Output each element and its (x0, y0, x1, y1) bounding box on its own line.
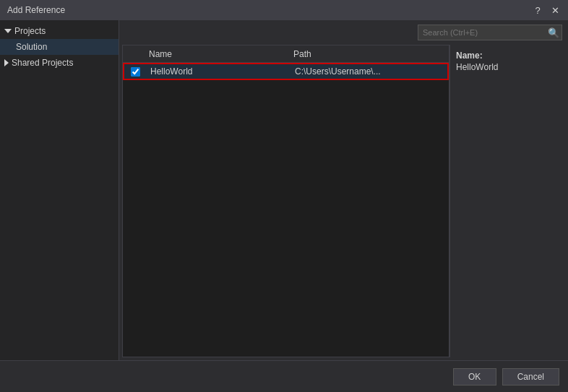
bottom-bar: OK Cancel (0, 360, 568, 392)
dialog-title: Add Reference (7, 5, 65, 15)
sidebar-item-solution[interactable]: Solution (0, 39, 119, 55)
row-checkbox-col (124, 67, 146, 77)
search-box: 🔍 (418, 25, 562, 40)
info-name-label: Name: (456, 51, 483, 61)
close-button[interactable]: ✕ (549, 4, 561, 16)
triangle-down-icon (4, 29, 12, 33)
cancel-button[interactable]: Cancel (502, 368, 559, 386)
title-bar-controls: ? ✕ (532, 4, 561, 16)
row-path-helloworld: C:\Users\Username\... (291, 66, 447, 77)
search-icon: 🔍 (548, 27, 559, 38)
sidebar-section-shared-projects[interactable]: Shared Projects (0, 55, 119, 71)
table-row[interactable]: HelloWorld C:\Users\Username\... (123, 63, 449, 80)
triangle-right-icon (4, 59, 9, 66)
search-input[interactable] (418, 25, 546, 40)
help-button[interactable]: ? (532, 4, 543, 16)
add-reference-dialog: Add Reference ? ✕ Projects Solution Shar… (0, 0, 568, 392)
search-icon-button[interactable]: 🔍 (546, 25, 561, 40)
col-header-path: Path (289, 49, 449, 59)
main-area: 🔍 Name Path (119, 20, 568, 360)
table-header: Name Path (123, 45, 449, 63)
table-body: HelloWorld C:\Users\Username\... (123, 63, 449, 357)
table-container: Name Path HelloWorld C:\Users\Username\.… (122, 45, 449, 357)
sidebar: Projects Solution Shared Projects (0, 20, 119, 360)
sidebar-section-shared-projects-label: Shared Projects (12, 58, 73, 68)
sidebar-section-projects[interactable]: Projects (0, 23, 119, 39)
title-bar: Add Reference ? ✕ (0, 0, 568, 20)
ok-button[interactable]: OK (453, 368, 496, 386)
info-name-value: HelloWorld (456, 62, 559, 72)
info-panel: Name: HelloWorld (449, 45, 565, 357)
col-header-name: Name (145, 49, 289, 59)
content-area: Projects Solution Shared Projects 🔍 (0, 20, 568, 360)
table-area: Name Path HelloWorld C:\Users\Username\.… (119, 45, 568, 360)
sidebar-item-solution-label: Solution (16, 42, 47, 52)
row-name-helloworld: HelloWorld (146, 66, 291, 77)
sidebar-section-projects-label: Projects (14, 26, 46, 36)
row-checkbox-helloworld[interactable] (131, 67, 140, 77)
search-bar-row: 🔍 (119, 20, 568, 45)
